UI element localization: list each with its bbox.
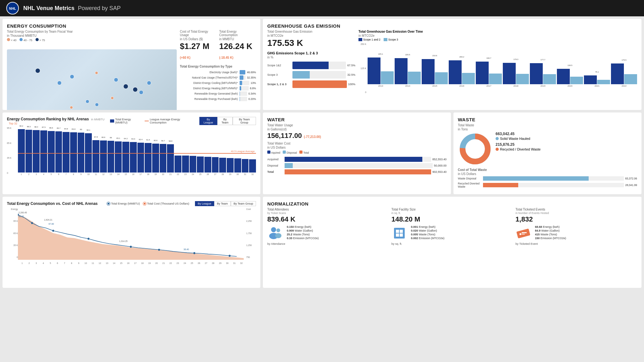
- ranking-x-label: 26: [204, 173, 211, 175]
- ranking-x-label: 27: [212, 173, 219, 175]
- waste-solid-label: Solid Waste Hauled: [500, 137, 530, 140]
- ranking-bar-val: 66.9: [102, 136, 105, 138]
- ghg-bar-total-label: 200.2: [459, 56, 464, 58]
- ghg-year-label: 2018: [514, 85, 519, 87]
- scatter-btn-team[interactable]: By Team: [214, 201, 231, 206]
- norm-facility-stats: 0.001 Energy (kwh) 0.020 Water (Gallon) …: [411, 225, 445, 240]
- ghg-over-time-title: Total Greenhouse Gas Emission Over Time: [358, 30, 637, 33]
- energy-top-panel: ENERGY CONSUMPTION Total Energy Consumpt…: [3, 19, 260, 110]
- ranking-x-label: 25: [197, 173, 204, 175]
- norm-facility-col: Total Facility Size in sq. ft. 148.20 M: [391, 208, 513, 245]
- ghg-bar-total-label: 175.5: [622, 59, 626, 61]
- ghg-year-label: 2019: [541, 85, 546, 87]
- ranking-bar-item: [190, 156, 197, 173]
- scatter-toggle-group[interactable]: By League By Team By Team Group: [195, 201, 256, 206]
- norm-events-col: Total Ticketed Events in Number of Event…: [515, 208, 637, 245]
- water-section-title: WATER: [267, 117, 447, 122]
- norm-ticket-icon: [515, 225, 531, 241]
- ghg-inner: Total Greenhouse Gas Emission in MTCO2e …: [267, 30, 637, 93]
- scope-all-label: Scope 1, 2 & 3: [267, 83, 292, 86]
- water-cost-label: Total Water Cost: [267, 142, 447, 145]
- ranking-bar-item: 61.5: [145, 143, 152, 173]
- ranking-bar-val: 84.8: [64, 128, 68, 130]
- svg-text:2,200.45: 2,200.45: [19, 211, 27, 214]
- ghg-bar-total-label: 179.3: [514, 58, 518, 60]
- legend-s3-color: [384, 38, 387, 41]
- ghg-bar-s3: [435, 72, 448, 84]
- ranking-x-label: 2: [25, 173, 32, 175]
- ghg-y-0: 0: [358, 91, 366, 93]
- energy-right-section: Cost of Total Energy Usage in US Dollars…: [180, 30, 256, 110]
- map-dot-3: [57, 81, 62, 85]
- norm-facility-sub: in sq. ft.: [391, 211, 513, 215]
- ghg-scope-sub: in %: [267, 56, 355, 59]
- map-dot-2: [70, 74, 74, 79]
- ranking-x-label: 18: [145, 173, 152, 175]
- ranking-bar-item: 67.8: [92, 140, 99, 173]
- water-total-track: [285, 169, 431, 174]
- ranking-btn-team[interactable]: By Team: [217, 117, 233, 125]
- waste-recy-row: Recycled Diverted Waste 28,041.99: [458, 182, 637, 188]
- map-dot-11: [86, 100, 89, 103]
- ranking-bar-item: 87.5: [40, 130, 47, 173]
- ranking-bar-item: [204, 157, 211, 173]
- ranking-x-label: 4: [40, 173, 47, 175]
- ranking-bar-item: [175, 156, 181, 173]
- waste-panel: WASTE Total Waste in Tons 663,042.45 Sol…: [453, 112, 641, 194]
- ghg-scope-bars: Scope 1&2 67.5% Scope 3 32.5%: [267, 62, 355, 88]
- consumption-value: 126.24 K (-18.45 K): [219, 41, 256, 61]
- ranking-bar-item: 66: [108, 141, 114, 173]
- water-disposal-val: 50,000.00: [434, 164, 447, 167]
- ranking-bar-val: 58.8: [169, 140, 172, 142]
- water-acquired-label: Acquired: [267, 158, 285, 161]
- water-total-row: Total 902,553.40: [267, 169, 447, 174]
- scatter-legend: Total Energy (MMBTU) Total Cost (Thousan…: [107, 202, 189, 205]
- ghg-bar-total-label: 75.1: [595, 71, 599, 73]
- scatter-btn-teamgroup[interactable]: By Team Group: [231, 201, 256, 206]
- scatter-energy-label: Total Energy (MMBTU): [111, 202, 140, 205]
- ghg-bar-group: 225.12013: [368, 58, 394, 87]
- energy-type-bar-pct: 8.8%: [250, 87, 256, 90]
- ghg-bar-s3: [408, 72, 421, 84]
- ranking-x-label: 17: [137, 173, 144, 175]
- ghg-year-label: 2014: [405, 85, 410, 87]
- ghg-bar-s3: [489, 74, 502, 84]
- ghg-bar-total-label: 220.5: [405, 54, 410, 56]
- ranking-btn-teamgroup[interactable]: By Team Group: [233, 117, 256, 125]
- ranking-x-label: 12: [100, 173, 107, 175]
- scatter-y-35: 35 K: [14, 244, 18, 246]
- norm-attend-emission: 0.33 Emission (MTCO2e): [287, 237, 319, 240]
- ranking-x-label: 16: [130, 173, 137, 175]
- waste-recy-label: Recycled Diverted Waste: [458, 182, 483, 188]
- energy-type-bar-track: [240, 81, 249, 85]
- ghg-bar-s3: [570, 77, 583, 84]
- energy-type-bar-track: [240, 75, 246, 80]
- ranking-bar-val: 88.4: [34, 126, 38, 128]
- scatter-btn-league[interactable]: By League: [195, 201, 214, 206]
- ranking-bar-item: 84.8: [63, 132, 69, 173]
- ranking-btn-league[interactable]: By League: [199, 117, 217, 125]
- ghg-bar-inner: 210.6: [422, 59, 448, 84]
- ranking-bar-val: 67.8: [94, 136, 98, 138]
- ranking-header: Energy Consumption Ranking by NHL Arenas…: [7, 117, 256, 125]
- ranking-x-label: 31: [242, 173, 249, 175]
- ranking-bar-val: 83: [80, 129, 82, 130]
- norm-building-icon: [391, 225, 407, 241]
- ranking-x-label: 6: [55, 173, 62, 175]
- water-acquired-val: 852,553.40: [432, 158, 447, 161]
- ranking-bar-val: 87.5: [42, 126, 46, 128]
- ranking-x-label: 29: [227, 173, 234, 175]
- waste-disp-row: Waste Disposal 83,372.06: [458, 176, 637, 181]
- water-disposal-row: Disposal 50,000.00: [267, 163, 447, 168]
- svg-point-22: [275, 233, 281, 238]
- legend-line: League Average Energy Consumption: [145, 118, 194, 124]
- ranking-x-label: 20: [160, 173, 167, 175]
- ranking-bar-item: 85.7: [55, 131, 62, 173]
- ranking-bar-item: 89.3: [25, 130, 32, 173]
- ranking-bar-item: [182, 156, 189, 173]
- ranking-x-label: 28: [219, 173, 226, 175]
- consumption-label: Total Energy Consumption: [219, 30, 256, 37]
- ranking-toggle-group[interactable]: By League By Team By Team Group: [199, 117, 256, 125]
- water-panel: WATER Total Water Usage in Gallons(cd) 1…: [263, 112, 451, 194]
- energy-type-bar-track: [240, 86, 249, 90]
